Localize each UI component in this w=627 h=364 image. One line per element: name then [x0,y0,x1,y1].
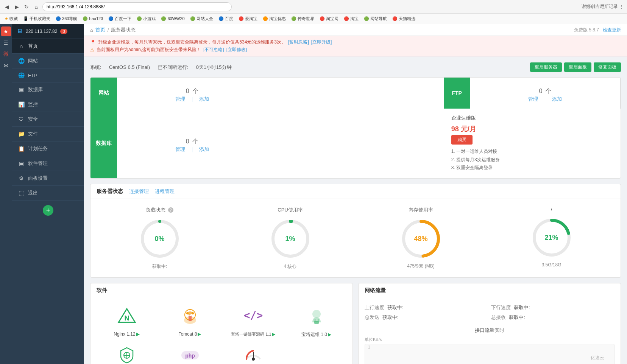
network-download: 下行速度 获取中: [491,304,615,311]
repair-panel-button[interactable]: 修复面板 [594,62,621,72]
url-bar[interactable] [42,2,232,11]
network-total-send: 总发送 获取中: [365,314,488,321]
sidebar-label-ftp: FTP [28,73,37,78]
ftp-add-link[interactable]: 添加 [552,96,562,103]
ftp-manage-link[interactable]: 管理 [528,96,538,103]
load-help-icon[interactable]: ? [168,207,173,213]
chart-axis: 1 0.8 [368,344,373,364]
website-manage-link[interactable]: 管理 [175,96,185,103]
total-send-label: 总发送 [365,314,379,321]
back-button[interactable]: ◀ [3,3,11,11]
bookmark-mobile[interactable]: 📱 手机收藏夹 [21,15,53,22]
sidebar-item-home[interactable]: ⌂ 首页 [12,39,84,54]
sidebar-item-files[interactable]: 📁 文件 [12,127,84,142]
files-icon: 📁 [18,131,24,137]
sidebar-item-settings[interactable]: ⚙ 面板设置 [12,171,84,186]
add-button[interactable]: + [43,205,53,216]
network-stats: 上行速度 获取中: 下行速度 获取中: 总发送 获取中: [365,304,615,321]
sidebar-item-logout[interactable]: ⬚ 退出 [12,186,84,201]
bookmark-taobao-net[interactable]: 🔴 淘宝网 [317,15,341,22]
bookmark-hao123[interactable]: 🟢 hao123 [80,16,105,22]
side-icon-weibo[interactable]: 微 [1,49,11,59]
alert-ignore-1[interactable]: [暂时忽略] [288,39,309,45]
alert-modify[interactable]: [立即修改] [226,47,247,53]
software-grid: N Nginx 1.12 ▶ [90,298,352,364]
website-add-link[interactable]: 添加 [199,96,209,103]
bookmark-sites[interactable]: 🟢 网站大全 [188,15,215,22]
gauge-cpu: CPU使用率 1% 4 核心 [229,207,352,270]
bookmark-baidu-search[interactable]: 🔵 百度一下 [106,15,134,22]
ops-icon [305,306,328,328]
enterprise-buy-button[interactable]: 购买 [451,135,473,145]
side-icon-list[interactable]: ☰ [1,38,11,48]
gauge-disk-circle: 21% [531,217,572,258]
sidebar-item-monitor[interactable]: 📊 监控 [12,97,84,112]
bookmark-taobao-offers[interactable]: 🟠 淘宝优惠 [260,15,288,22]
software-item-php[interactable]: php [161,344,218,364]
gauge-cpu-circle: 1% [270,218,311,260]
restart-server-button[interactable]: 重启服务器 [530,62,562,72]
sidebar-item-schedule[interactable]: 📋 计划任务 [12,142,84,156]
enterprise-feature-2: 2. 提供每月3次运维服务 [451,156,613,164]
bookmark-chuanqi[interactable]: 🟢 传奇世界 [289,15,317,22]
db-manage-link[interactable]: 管理 [175,146,185,153]
breadcrumb: ⌂ 首页 / 服务器状态 [90,26,136,33]
sidebar-item-database[interactable]: ▣ 数据库 [12,82,84,97]
sidebar-item-website[interactable]: 🌐 网站 [12,54,84,68]
sidebar: 🖥 220.113.137.82 0 ⌂ 首页 🌐 网站 🌐 FTP ▣ 数据库… [12,24,84,364]
software-item-nginx[interactable]: N Nginx 1.12 ▶ [98,306,155,338]
bookmark-baidu[interactable]: 🔵 百度 [216,15,236,22]
software-item-tomcat[interactable]: Tomcat 8 ▶ [161,306,218,338]
tomcat-svg [180,307,200,327]
bookmark-star[interactable]: ★ 收藏 [2,15,20,22]
home-button[interactable]: ⌂ [33,3,40,11]
gauge-disk-label: 3.5G/18G [541,262,561,268]
breadcrumb-home-link[interactable]: 首页 [95,26,105,33]
enterprise-feature-3: 3. 双重安全隔离登录 [451,164,613,172]
bookmark-taobao[interactable]: 🔴 淘宝 [342,15,361,22]
stat-divider-3 [267,109,267,178]
db-add-link[interactable]: 添加 [199,146,209,153]
sidebar-item-security[interactable]: 🛡 安全 [12,112,84,127]
software-item-shield[interactable] [98,344,155,364]
nginx-svg: N [117,307,137,327]
server-icon: 🖥 [17,28,23,35]
tab-process[interactable]: 进程管理 [155,188,175,195]
alert-upgrade[interactable]: [立即升级] [311,39,332,45]
tomcat-name: Tomcat 8 ▶ [179,331,201,337]
download-label: 下行速度 [491,304,511,311]
sidebar-item-ftp[interactable]: 🌐 FTP [12,68,84,82]
bookmark-tianmao[interactable]: 🔴 天猫精选 [390,15,418,22]
side-icon-star[interactable]: ★ [1,26,11,36]
watermark: 亿速云 [591,355,604,361]
total-recv-value: 获取中: [509,314,525,321]
sidebar-label-software: 软件管理 [28,160,48,167]
sidebar-label-website: 网站 [28,58,38,64]
gauge-load-circle: 0% [139,218,181,260]
update-link[interactable]: 检查更新 [603,27,621,33]
stat-label-website: 网站 [90,78,117,109]
sidebar-item-software[interactable]: ▣ 软件管理 [12,156,84,171]
bookmark-games[interactable]: 🟢 小游戏 [134,15,158,22]
restart-panel-button[interactable]: 重启面板 [564,62,591,72]
side-icon-msg[interactable]: ✉ [1,61,11,70]
software-item-ops[interactable]: 宝塔运维 1.0 ▶ [288,306,345,338]
software-item-speedtest[interactable] [225,344,282,364]
enterprise-title: 企业运维版 [451,115,613,121]
network-upload: 上行速度 获取中: [365,304,488,311]
sidebar-label-database: 数据库 [28,86,43,93]
bookmark-60ww[interactable]: 🟢 60WW20 [159,16,187,22]
forward-button[interactable]: ▶ [13,3,20,11]
refresh-button[interactable]: ↻ [23,3,30,11]
content-area: 系统: CentOS 6.5 (Final) 已不间断运行: 0天1小时15分钟… [84,56,627,364]
bookmark-aitaobao[interactable]: 🔴 爱淘宝 [236,15,260,22]
alert-ignore-2[interactable]: [不可忽略] [203,47,224,53]
software-item-code[interactable]: </> 宝塔一键部署源码 1.1 ▶ [225,306,282,338]
breadcrumb-current: 服务器状态 [111,26,136,33]
top-bar: ⌂ 首页 / 服务器状态 免费版 5.8.7 检查更新 [84,24,627,36]
sidebar-label-security: 安全 [28,116,38,123]
browser-menu-icon[interactable]: ⋮ [619,4,624,9]
bookmark-site-nav[interactable]: 🟢 网站导航 [362,15,389,22]
tab-connection[interactable]: 连接管理 [129,188,149,195]
bookmark-360[interactable]: 🔵 360导航 [53,15,80,22]
